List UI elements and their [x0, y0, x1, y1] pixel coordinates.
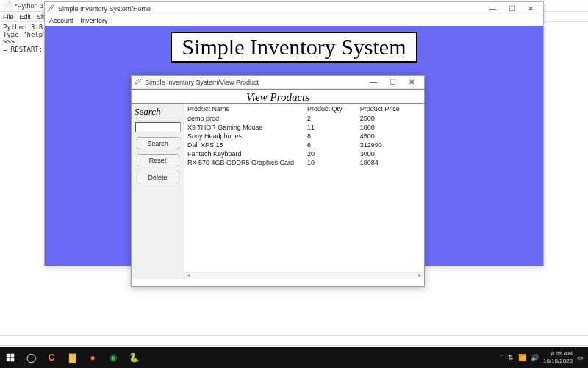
- table-row[interactable]: X9 THOR Gaming Mouse111800: [184, 123, 424, 132]
- svg-rect-1: [11, 354, 15, 358]
- view-titlebar[interactable]: Simple Inventory System/View Product — ☐…: [132, 76, 424, 89]
- python-icon: 📄: [3, 1, 12, 10]
- feather-icon: [48, 4, 55, 13]
- cell-name: demo prod: [184, 114, 304, 123]
- search-sidebar: Search Search Reset Delete: [132, 104, 184, 279]
- maximize-button[interactable]: ☐: [383, 78, 402, 86]
- cell-name: X9 THOR Gaming Mouse: [184, 123, 304, 132]
- cell-price: 4500: [357, 132, 424, 141]
- search-label: Search: [135, 106, 161, 118]
- table-row[interactable]: Dell XPS 156312990: [184, 141, 424, 149]
- cell-name: RX 570 4GB GDDR5 Graphics Card: [184, 158, 304, 167]
- minimize-button[interactable]: —: [483, 4, 502, 13]
- reset-button[interactable]: Reset: [137, 154, 179, 166]
- desktop: 📄 *Python 3.8.3 S File Edit Shell Python…: [0, 0, 588, 368]
- background-window-titlebar[interactable]: [0, 335, 588, 345]
- cell-qty: 6: [304, 141, 357, 149]
- tray-chevron-icon[interactable]: ˄: [500, 354, 503, 361]
- taskbar[interactable]: ◯ C ▇ ● ◉ 🐍 ˄ ⇅ 📶 🔊 8:09 AM 10/10/2020 ▭: [0, 347, 588, 368]
- clock-time: 8:09 AM: [543, 350, 573, 358]
- minimize-button[interactable]: —: [364, 78, 383, 86]
- idle-menu-edit[interactable]: Edit: [20, 13, 32, 21]
- cell-price: 312990: [357, 141, 424, 149]
- tray-wifi-icon[interactable]: 📶: [518, 354, 526, 361]
- cell-qty: 2: [304, 114, 357, 123]
- taskbar-clock[interactable]: 8:09 AM 10/10/2020: [543, 350, 573, 365]
- table-row[interactable]: demo prod22500: [184, 114, 424, 123]
- cell-price: 3000: [357, 149, 424, 158]
- start-button[interactable]: [0, 347, 21, 368]
- app-icon-c[interactable]: C: [41, 347, 62, 368]
- cell-name: Dell XPS 15: [184, 141, 304, 149]
- chrome-icon[interactable]: ◉: [103, 347, 123, 368]
- firefox-icon[interactable]: ●: [82, 347, 103, 368]
- cell-price: 2500: [357, 114, 424, 123]
- home-menubar[interactable]: Account Inventory: [45, 15, 543, 26]
- delete-button[interactable]: Delete: [137, 171, 179, 183]
- svg-rect-2: [7, 358, 10, 362]
- product-table[interactable]: Product Name Product Qty Product Price d…: [184, 104, 424, 279]
- svg-rect-0: [7, 354, 10, 358]
- col-qty[interactable]: Product Qty: [304, 104, 357, 114]
- menu-account[interactable]: Account: [49, 17, 74, 24]
- tray-network-icon[interactable]: ⇅: [508, 354, 514, 361]
- cell-qty: 10: [304, 158, 357, 167]
- page-title: Simple Inventory System: [171, 32, 418, 63]
- cell-qty: 20: [304, 149, 357, 158]
- cell-qty: 8: [304, 132, 357, 141]
- clock-date: 10/10/2020: [543, 358, 573, 365]
- view-product-window: Simple Inventory System/View Product — ☐…: [131, 75, 425, 287]
- cortana-icon[interactable]: ◯: [21, 347, 41, 368]
- python-taskbar-icon[interactable]: 🐍: [123, 347, 144, 368]
- cell-price: 1800: [357, 123, 424, 132]
- view-header: View Products: [132, 89, 424, 104]
- cell-price: 18084: [357, 158, 424, 167]
- cell-name: Sony Headphones: [184, 132, 304, 141]
- horizontal-scrollbar[interactable]: [184, 272, 424, 279]
- col-price[interactable]: Product Price: [357, 104, 424, 114]
- search-button[interactable]: Search: [137, 137, 179, 149]
- table-row[interactable]: Fantech Keyboard203000: [184, 149, 424, 158]
- maximize-button[interactable]: ☐: [502, 4, 521, 13]
- search-input[interactable]: [135, 122, 181, 132]
- close-button[interactable]: ✕: [521, 4, 540, 13]
- idle-menu-file[interactable]: File: [3, 13, 14, 21]
- tray-volume-icon[interactable]: 🔊: [531, 354, 539, 361]
- menu-inventory[interactable]: Inventory: [81, 17, 108, 24]
- notification-icon[interactable]: ▭: [577, 354, 584, 361]
- home-titlebar[interactable]: Simple Inventory System/Home — ☐ ✕: [45, 2, 543, 15]
- cell-qty: 11: [304, 123, 357, 132]
- file-explorer-icon[interactable]: ▇: [62, 347, 82, 368]
- close-button[interactable]: ✕: [402, 78, 421, 86]
- cell-name: Fantech Keyboard: [184, 149, 304, 158]
- feather-icon: [135, 78, 142, 87]
- col-name[interactable]: Product Name: [184, 104, 304, 114]
- table-row[interactable]: RX 570 4GB GDDR5 Graphics Card1018084: [184, 158, 424, 167]
- home-title: Simple Inventory System/Home: [58, 5, 151, 13]
- table-row[interactable]: Sony Headphones84500: [184, 132, 424, 141]
- svg-rect-3: [11, 358, 15, 362]
- view-title: Simple Inventory System/View Product: [145, 79, 259, 86]
